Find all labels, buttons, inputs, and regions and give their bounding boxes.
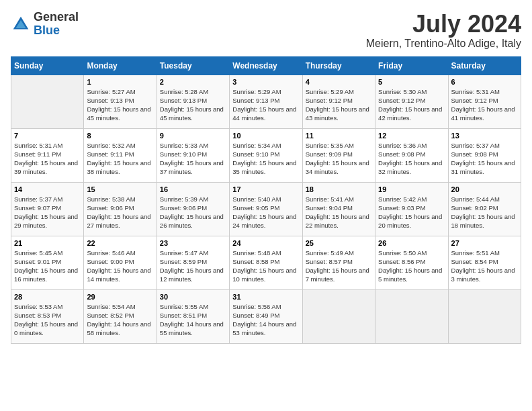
day-number: 17 xyxy=(232,185,299,193)
daylight-text: Daylight: 15 hours and 20 minutes. xyxy=(378,213,442,229)
calendar-cell: 6 Sunrise: 5:31 AM Sunset: 9:12 PM Dayli… xyxy=(448,75,521,128)
sunrise-text: Sunrise: 5:42 AM xyxy=(378,195,427,203)
calendar-week-row: 28 Sunrise: 5:53 AM Sunset: 8:53 PM Dayl… xyxy=(11,289,521,343)
calendar-cell: 11 Sunrise: 5:35 AM Sunset: 9:09 PM Dayl… xyxy=(302,128,375,182)
day-number: 20 xyxy=(451,185,518,193)
sunset-text: Sunset: 9:13 PM xyxy=(87,97,134,104)
calendar-week-row: 21 Sunrise: 5:45 AM Sunset: 9:01 PM Dayl… xyxy=(11,236,521,289)
sunset-text: Sunset: 8:58 PM xyxy=(232,258,279,265)
calendar-cell xyxy=(375,289,448,343)
sunset-text: Sunset: 9:12 PM xyxy=(378,97,425,104)
day-number: 16 xyxy=(160,185,226,193)
calendar-cell: 15 Sunrise: 5:38 AM Sunset: 9:06 PM Dayl… xyxy=(84,182,157,236)
calendar-cell: 30 Sunrise: 5:55 AM Sunset: 8:51 PM Dayl… xyxy=(157,289,229,343)
calendar-cell: 9 Sunrise: 5:33 AM Sunset: 9:10 PM Dayli… xyxy=(157,128,229,182)
daylight-text: Daylight: 15 hours and 3 minutes. xyxy=(451,267,515,283)
daylight-text: Daylight: 15 hours and 39 minutes. xyxy=(14,159,78,175)
calendar-table: SundayMondayTuesdayWednesdayThursdayFrid… xyxy=(11,56,521,344)
sunset-text: Sunset: 8:52 PM xyxy=(87,312,134,319)
calendar-cell: 25 Sunrise: 5:49 AM Sunset: 8:57 PM Dayl… xyxy=(302,236,375,289)
day-number: 6 xyxy=(451,78,518,86)
sunrise-text: Sunrise: 5:29 AM xyxy=(232,88,281,95)
sunset-text: Sunset: 9:12 PM xyxy=(306,97,353,104)
sunset-text: Sunset: 9:10 PM xyxy=(232,150,279,158)
calendar-cell xyxy=(448,289,521,343)
sunset-text: Sunset: 9:08 PM xyxy=(451,150,498,158)
sunset-text: Sunset: 9:09 PM xyxy=(306,150,353,158)
daylight-text: Daylight: 15 hours and 24 minutes. xyxy=(232,213,296,229)
sunrise-text: Sunrise: 5:41 AM xyxy=(306,195,354,203)
day-number: 25 xyxy=(306,239,372,247)
sunrise-text: Sunrise: 5:54 AM xyxy=(87,303,135,310)
day-info: Sunrise: 5:28 AM Sunset: 9:13 PM Dayligh… xyxy=(160,87,226,123)
daylight-text: Daylight: 15 hours and 42 minutes. xyxy=(378,105,442,122)
daylight-text: Daylight: 15 hours and 14 minutes. xyxy=(87,267,150,283)
day-info: Sunrise: 5:37 AM Sunset: 9:08 PM Dayligh… xyxy=(451,141,518,177)
location-title: Meiern, Trentino-Alto Adige, Italy xyxy=(366,38,521,50)
day-number: 14 xyxy=(14,185,81,193)
calendar-cell: 7 Sunrise: 5:31 AM Sunset: 9:11 PM Dayli… xyxy=(11,128,84,182)
day-info: Sunrise: 5:39 AM Sunset: 9:06 PM Dayligh… xyxy=(160,195,226,230)
day-number: 31 xyxy=(232,293,299,301)
day-number: 7 xyxy=(14,132,81,140)
sunset-text: Sunset: 9:03 PM xyxy=(378,204,425,212)
daylight-text: Daylight: 15 hours and 26 minutes. xyxy=(160,213,224,229)
day-info: Sunrise: 5:49 AM Sunset: 8:57 PM Dayligh… xyxy=(306,248,372,284)
sunrise-text: Sunrise: 5:34 AM xyxy=(232,142,281,149)
calendar-cell: 12 Sunrise: 5:36 AM Sunset: 9:08 PM Dayl… xyxy=(375,128,448,182)
sunrise-text: Sunrise: 5:48 AM xyxy=(232,249,281,257)
sunset-text: Sunset: 9:02 PM xyxy=(451,204,498,212)
calendar-cell: 29 Sunrise: 5:54 AM Sunset: 8:52 PM Dayl… xyxy=(84,289,157,343)
weekday-header-cell: Sunday xyxy=(11,56,84,75)
day-number: 29 xyxy=(87,293,153,301)
daylight-text: Daylight: 14 hours and 55 minutes. xyxy=(160,320,224,336)
sunrise-text: Sunrise: 5:31 AM xyxy=(451,88,500,95)
daylight-text: Daylight: 15 hours and 37 minutes. xyxy=(160,159,224,175)
calendar-cell: 16 Sunrise: 5:39 AM Sunset: 9:06 PM Dayl… xyxy=(157,182,229,236)
day-info: Sunrise: 5:50 AM Sunset: 8:56 PM Dayligh… xyxy=(378,248,445,284)
calendar-cell: 13 Sunrise: 5:37 AM Sunset: 9:08 PM Dayl… xyxy=(448,128,521,182)
daylight-text: Daylight: 15 hours and 5 minutes. xyxy=(378,267,442,283)
day-number: 22 xyxy=(87,239,153,247)
calendar-cell: 19 Sunrise: 5:42 AM Sunset: 9:03 PM Dayl… xyxy=(375,182,448,236)
daylight-text: Daylight: 15 hours and 35 minutes. xyxy=(232,159,296,175)
sunrise-text: Sunrise: 5:37 AM xyxy=(451,142,500,149)
day-info: Sunrise: 5:48 AM Sunset: 8:58 PM Dayligh… xyxy=(232,248,299,284)
day-number: 13 xyxy=(451,132,518,140)
sunset-text: Sunset: 8:49 PM xyxy=(232,312,279,319)
day-number: 12 xyxy=(378,132,445,140)
day-info: Sunrise: 5:54 AM Sunset: 8:52 PM Dayligh… xyxy=(87,302,153,338)
calendar-cell: 1 Sunrise: 5:27 AM Sunset: 9:13 PM Dayli… xyxy=(84,75,157,128)
day-number: 1 xyxy=(87,78,153,86)
daylight-text: Daylight: 15 hours and 43 minutes. xyxy=(306,105,369,122)
day-info: Sunrise: 5:31 AM Sunset: 9:11 PM Dayligh… xyxy=(14,141,81,177)
day-info: Sunrise: 5:37 AM Sunset: 9:07 PM Dayligh… xyxy=(14,195,81,230)
logo-icon xyxy=(11,14,31,34)
sunset-text: Sunset: 9:11 PM xyxy=(14,150,61,158)
sunrise-text: Sunrise: 5:27 AM xyxy=(87,88,135,95)
calendar-cell xyxy=(11,75,84,128)
logo-general-text: General xyxy=(34,10,79,24)
day-info: Sunrise: 5:32 AM Sunset: 9:11 PM Dayligh… xyxy=(87,141,153,177)
daylight-text: Daylight: 15 hours and 27 minutes. xyxy=(87,213,150,229)
sunrise-text: Sunrise: 5:47 AM xyxy=(160,249,208,257)
day-number: 24 xyxy=(232,239,299,247)
logo-blue-text: Blue xyxy=(34,24,60,37)
day-number: 10 xyxy=(232,132,299,140)
calendar-cell: 2 Sunrise: 5:28 AM Sunset: 9:13 PM Dayli… xyxy=(157,75,229,128)
sunset-text: Sunset: 8:57 PM xyxy=(306,258,353,265)
sunrise-text: Sunrise: 5:55 AM xyxy=(160,303,208,310)
calendar-cell: 10 Sunrise: 5:34 AM Sunset: 9:10 PM Dayl… xyxy=(230,128,302,182)
day-info: Sunrise: 5:29 AM Sunset: 9:12 PM Dayligh… xyxy=(306,87,372,123)
day-number: 4 xyxy=(306,78,372,86)
sunrise-text: Sunrise: 5:28 AM xyxy=(160,88,208,95)
day-info: Sunrise: 5:53 AM Sunset: 8:53 PM Dayligh… xyxy=(14,302,81,338)
daylight-text: Daylight: 15 hours and 29 minutes. xyxy=(14,213,78,229)
sunrise-text: Sunrise: 5:29 AM xyxy=(306,88,354,95)
daylight-text: Daylight: 15 hours and 16 minutes. xyxy=(14,267,78,283)
sunset-text: Sunset: 9:12 PM xyxy=(451,97,498,104)
day-number: 18 xyxy=(306,185,372,193)
sunrise-text: Sunrise: 5:37 AM xyxy=(14,195,62,203)
day-info: Sunrise: 5:33 AM Sunset: 9:10 PM Dayligh… xyxy=(160,141,226,177)
sunset-text: Sunset: 8:56 PM xyxy=(378,258,425,265)
